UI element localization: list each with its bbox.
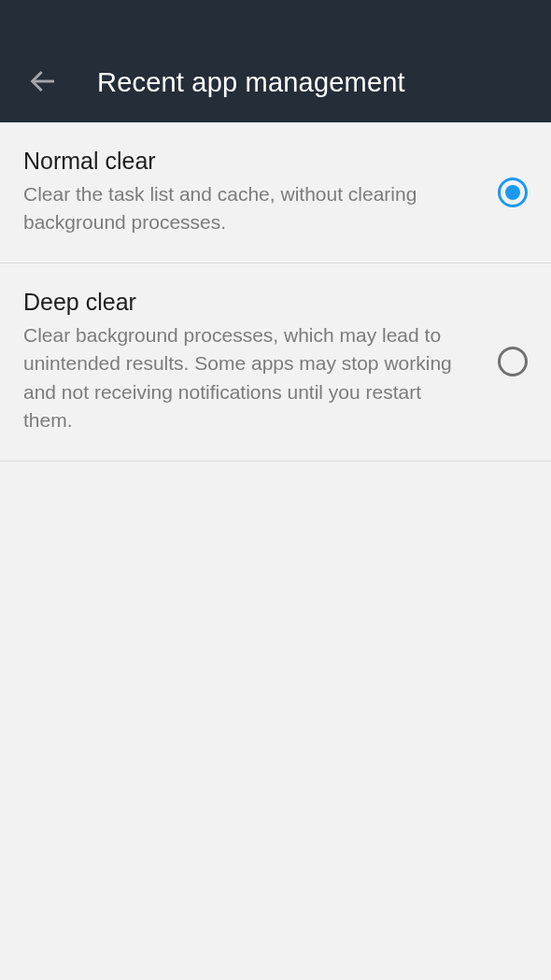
radio-outer-icon: [498, 347, 528, 376]
option-description: Clear background processes, which may le…: [23, 321, 474, 435]
back-arrow-icon: [28, 66, 58, 96]
radio-deep-clear[interactable]: [498, 347, 528, 376]
option-title: Deep clear: [23, 289, 474, 316]
radio-normal-clear[interactable]: [498, 178, 528, 207]
option-deep-clear[interactable]: Deep clear Clear background processes, w…: [0, 263, 551, 462]
header: Recent app management: [0, 0, 551, 122]
option-content: Deep clear Clear background processes, w…: [23, 289, 498, 435]
option-description: Clear the task list and cache, without c…: [23, 180, 474, 237]
radio-inner-icon: [505, 185, 520, 200]
page-title: Recent app management: [97, 67, 405, 98]
option-title: Normal clear: [23, 148, 474, 175]
option-content: Normal clear Clear the task list and cac…: [23, 148, 498, 237]
back-button[interactable]: [26, 64, 60, 98]
option-normal-clear[interactable]: Normal clear Clear the task list and cac…: [0, 122, 551, 263]
